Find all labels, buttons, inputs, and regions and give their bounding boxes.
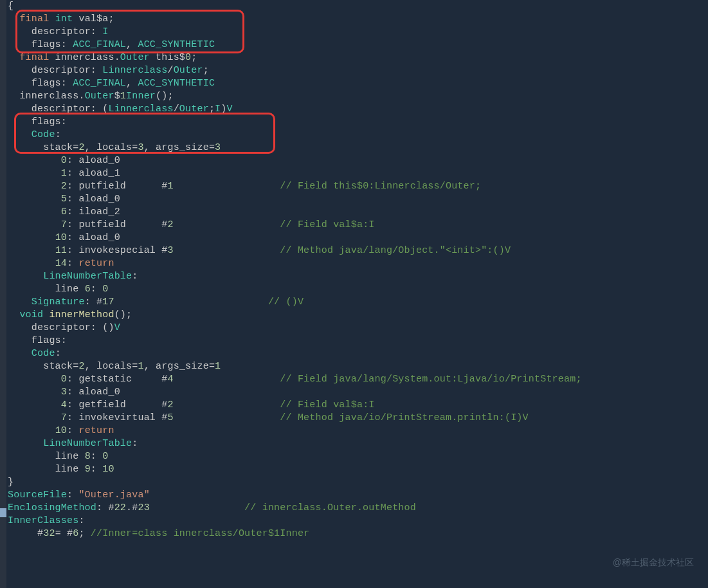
code-token: 23	[138, 502, 149, 513]
code-token: 11	[55, 245, 67, 256]
code-token: 14	[55, 258, 67, 269]
code-token: : aload_0	[67, 232, 120, 243]
code-line[interactable]: 0: aload_0	[8, 154, 582, 167]
code-line[interactable]: }	[8, 476, 582, 489]
code-line[interactable]: line 6: 0	[8, 283, 582, 296]
code-token: 10	[55, 425, 67, 436]
code-token	[174, 219, 280, 230]
code-line[interactable]: 7: putfield #2 // Field val$a:I	[8, 219, 582, 232]
code-line[interactable]: InnerClasses:	[8, 515, 582, 528]
code-line[interactable]: 5: aload_0	[8, 193, 582, 206]
code-editor-content[interactable]: { final int val$a; descriptor: I flags: …	[8, 0, 582, 540]
code-token: I	[215, 104, 221, 115]
code-token: ;	[78, 528, 90, 539]
code-token: flags:	[32, 116, 67, 127]
code-line[interactable]: descriptor: I	[8, 26, 582, 39]
code-token: : aload_0	[67, 155, 120, 166]
code-line[interactable]: Signature: #17 // ()V	[8, 296, 582, 309]
code-token: :	[91, 464, 102, 475]
code-token: line	[55, 451, 85, 462]
code-token	[174, 245, 280, 256]
code-token	[174, 374, 280, 385]
code-token: : putfield #	[67, 219, 167, 230]
code-line[interactable]: flags:	[8, 335, 582, 347]
code-token: V	[114, 322, 120, 333]
code-token: {	[8, 1, 14, 12]
code-token: $	[114, 91, 120, 102]
code-line[interactable]: 10: aload_0	[8, 232, 582, 244]
code-line[interactable]: final innerclass.Outer this$0;	[8, 51, 582, 64]
code-line[interactable]: line 8: 0	[8, 450, 582, 463]
code-token: :	[91, 451, 102, 462]
code-token: /	[167, 65, 173, 76]
code-line[interactable]: flags: ACC_FINAL, ACC_SYNTHETIC	[8, 77, 582, 90]
code-token: /	[174, 104, 179, 115]
code-line[interactable]: descriptor: (Linnerclass/Outer;I)V	[8, 103, 582, 116]
code-line[interactable]: 7: invokevirtual #5 // Method java/io/Pr…	[8, 412, 582, 425]
code-token: : aload_0	[67, 194, 120, 205]
code-token: //Inner=class innerclass/Outer$1Inner	[91, 528, 309, 539]
code-line[interactable]: Code:	[8, 129, 582, 142]
code-line[interactable]: 14: return	[8, 257, 582, 270]
code-token: ACC_SYNTHETIC	[138, 78, 215, 89]
code-line[interactable]: 10: return	[8, 425, 582, 437]
code-token: flags:	[32, 39, 73, 50]
code-token: 8	[85, 451, 91, 462]
code-token: LineNumberTable	[43, 271, 132, 282]
code-token: flags:	[32, 78, 73, 89]
code-line[interactable]: flags: ACC_FINAL, ACC_SYNTHETIC	[8, 39, 582, 51]
code-token: 10	[102, 464, 114, 475]
code-token: I	[102, 26, 108, 37]
code-line[interactable]: 3: aload_0	[8, 386, 582, 399]
code-token: Outer	[174, 65, 203, 76]
code-token: ,	[126, 78, 138, 89]
code-line[interactable]: SourceFile: "Outer.java"	[8, 489, 582, 502]
code-token: // ()V	[268, 297, 304, 308]
code-line[interactable]: 0: getstatic #4 // Field java/lang/Syste…	[8, 373, 582, 386]
code-token: 22	[114, 502, 126, 513]
code-line[interactable]: final int val$a;	[8, 13, 582, 26]
code-token: 0	[102, 451, 108, 462]
code-line[interactable]: 2: putfield #1 // Field this$0:Linnercla…	[8, 180, 582, 193]
code-token: descriptor:	[32, 26, 102, 37]
code-token: : iload_2	[67, 207, 120, 217]
code-token	[174, 412, 280, 423]
code-line[interactable]: 4: getfield #2 // Field val$a:I	[8, 399, 582, 412]
code-token	[49, 14, 55, 24]
code-line[interactable]: LineNumberTable:	[8, 437, 582, 450]
code-line[interactable]: stack=2, locals=3, args_size=3	[8, 142, 582, 154]
code-token: Inner	[126, 91, 156, 102]
code-token: 10	[55, 232, 67, 243]
code-line[interactable]: descriptor: Linnerclass/Outer;	[8, 64, 582, 77]
code-token: = #	[55, 528, 73, 539]
code-line[interactable]: #32= #6; //Inner=class innerclass/Outer$…	[8, 528, 582, 540]
code-token: Code	[32, 348, 55, 359]
code-token: }	[8, 477, 14, 488]
code-line[interactable]: 6: iload_2	[8, 206, 582, 219]
code-token: Outer	[120, 52, 150, 63]
code-line[interactable]: stack=2, locals=1, args_size=1	[8, 360, 582, 373]
code-line[interactable]: Code:	[8, 347, 582, 360]
code-line[interactable]: EnclosingMethod: #22.#23 // innerclass.O…	[8, 502, 582, 515]
code-token: flags:	[32, 335, 67, 346]
code-token: stack=	[43, 142, 78, 153]
code-token: descriptor: ()	[32, 322, 114, 333]
code-token: : invokespecial #	[67, 245, 167, 256]
code-line[interactable]: descriptor: ()V	[8, 322, 582, 335]
code-token: 6	[61, 207, 67, 217]
code-token: innerclass.	[19, 91, 84, 102]
code-token: // Field val$a:I	[280, 400, 374, 410]
code-token: 0	[61, 374, 67, 385]
code-token: 32	[43, 528, 55, 539]
code-line[interactable]: flags:	[8, 116, 582, 129]
code-token: final	[19, 14, 49, 24]
code-line[interactable]: innerclass.Outer$1Inner();	[8, 90, 582, 103]
code-token: : getstatic #	[67, 374, 167, 385]
code-line[interactable]: line 9: 10	[8, 463, 582, 476]
code-line[interactable]: LineNumberTable:	[8, 270, 582, 283]
code-token: ();	[114, 309, 132, 320]
code-line[interactable]: 1: aload_1	[8, 167, 582, 180]
code-line[interactable]: 11: invokespecial #3 // Method java/lang…	[8, 244, 582, 257]
code-line[interactable]: {	[8, 0, 582, 13]
code-line[interactable]: void innerMethod();	[8, 309, 582, 322]
